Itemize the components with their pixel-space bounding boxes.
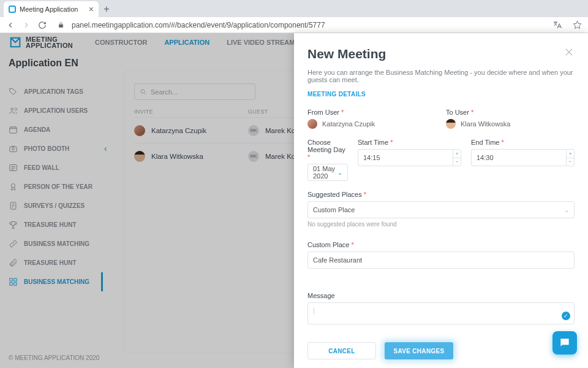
new-meeting-drawer: New Meeting Here you can arrange the Bus…: [294, 33, 588, 368]
drawer-subtitle: Here you can arrange the Business Matchi…: [307, 69, 575, 83]
places-value: Custom Place: [313, 206, 355, 213]
check-icon: ✓: [562, 312, 570, 320]
star-icon[interactable]: [573, 20, 582, 29]
start-time-value[interactable]: [358, 149, 453, 166]
time-down-icon[interactable]: −: [453, 158, 461, 166]
tab-close-icon[interactable]: ×: [89, 5, 94, 13]
custom-place-label: Custom Place *: [307, 241, 575, 248]
browser-url-bar: panel.meetingapplication.com/#/backend/e…: [0, 17, 588, 33]
svg-rect-0: [59, 25, 62, 28]
browser-tab[interactable]: Meeting Application ×: [4, 1, 99, 17]
new-tab-button[interactable]: +: [99, 4, 115, 17]
chat-icon: [559, 337, 571, 349]
meeting-day-label: Choose Meeting Day *: [307, 139, 348, 161]
browser-tabstrip: Meeting Application × +: [0, 0, 588, 17]
start-time-input[interactable]: +−: [358, 149, 461, 166]
start-time-label: Start Time *: [358, 139, 461, 146]
message-value: |: [313, 307, 315, 314]
end-time-input[interactable]: +−: [471, 149, 575, 166]
time-up-icon[interactable]: +: [567, 150, 574, 158]
chat-fab[interactable]: [552, 331, 577, 355]
places-hint: No suggested places were found: [307, 221, 575, 228]
cancel-button[interactable]: CANCEL: [307, 342, 376, 359]
end-time-label: End Time *: [471, 139, 575, 146]
from-user-value[interactable]: Katarzyna Czupik: [307, 119, 436, 129]
avatar: [446, 119, 456, 129]
custom-place-input[interactable]: Cafe Restaurant: [307, 251, 575, 269]
avatar: [307, 119, 317, 129]
translate-icon[interactable]: [552, 20, 562, 29]
message-input[interactable]: |✓: [307, 302, 575, 324]
places-label: Suggested Places *: [307, 191, 575, 198]
custom-place-value: Cafe Restaurant: [313, 256, 362, 264]
to-user-name: Klara Witkowska: [461, 120, 510, 128]
url-text[interactable]: panel.meetingapplication.com/#/backend/e…: [72, 21, 541, 29]
from-user-name: Katarzyna Czupik: [322, 120, 375, 128]
chevron-down-icon: ⌄: [564, 207, 569, 213]
meeting-day-select[interactable]: 01 May 2020⌄: [307, 164, 348, 181]
places-select[interactable]: Custom Place⌄: [307, 201, 575, 218]
message-label: Message: [307, 292, 575, 299]
time-up-icon[interactable]: +: [453, 150, 461, 158]
close-icon[interactable]: [564, 47, 575, 59]
back-icon[interactable]: [6, 21, 15, 29]
site-favicon-icon: [9, 6, 16, 13]
tab-title: Meeting Application: [20, 6, 78, 13]
to-user-value[interactable]: Klara Witkowska: [446, 119, 575, 129]
drawer-actions: CANCEL SAVE CHANGES: [307, 342, 575, 359]
drawer-title: New Meeting: [307, 47, 575, 61]
from-user-label: From User *: [307, 109, 436, 116]
chevron-down-icon: ⌄: [337, 169, 342, 176]
end-time-value[interactable]: [471, 149, 566, 166]
save-changes-button[interactable]: SAVE CHANGES: [385, 342, 453, 359]
time-down-icon[interactable]: −: [567, 158, 574, 166]
lock-icon: [58, 21, 64, 28]
reload-icon[interactable]: [38, 21, 47, 29]
to-user-label: To User *: [446, 109, 575, 116]
section-meeting-details: MEETING DETAILS: [307, 91, 575, 98]
forward-icon[interactable]: [22, 21, 31, 29]
